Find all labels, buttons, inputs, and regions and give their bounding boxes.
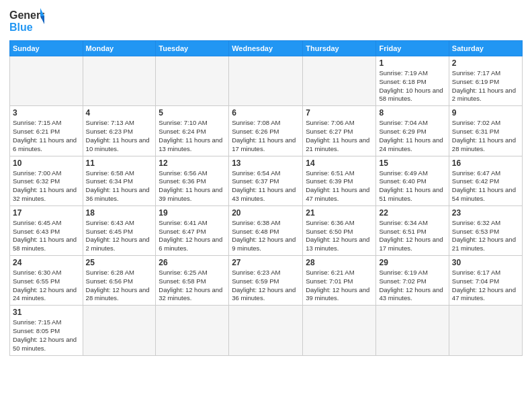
day-number: 7 — [306, 108, 373, 118]
day-number: 28 — [306, 258, 373, 267]
calendar-cell: 18Sunrise: 6:43 AM Sunset: 6:45 PM Dayli… — [83, 205, 156, 255]
calendar-cell — [303, 56, 376, 106]
weekday-header-monday: Monday — [83, 41, 156, 56]
calendar-cell: 3Sunrise: 7:15 AM Sunset: 6:21 PM Daylig… — [10, 106, 83, 156]
calendar-cell: 9Sunrise: 7:02 AM Sunset: 6:31 PM Daylig… — [449, 106, 522, 156]
day-number: 8 — [379, 108, 445, 118]
weekday-header-friday: Friday — [376, 41, 449, 56]
week-row-3: 10Sunrise: 7:00 AM Sunset: 6:32 PM Dayli… — [10, 156, 523, 205]
day-info: Sunrise: 6:23 AM Sunset: 6:59 PM Dayligh… — [232, 269, 300, 303]
calendar-cell: 7Sunrise: 7:06 AM Sunset: 6:27 PM Daylig… — [303, 106, 376, 156]
svg-text:General: General — [9, 9, 44, 21]
calendar-cell: 24Sunrise: 6:30 AM Sunset: 6:55 PM Dayli… — [10, 256, 83, 306]
day-number: 21 — [306, 208, 373, 218]
page: General Blue SundayMondayTuesdayWednesda… — [0, 0, 532, 411]
day-number: 9 — [452, 108, 519, 118]
day-info: Sunrise: 6:25 AM Sunset: 6:58 PM Dayligh… — [159, 269, 226, 303]
day-info: Sunrise: 6:32 AM Sunset: 6:53 PM Dayligh… — [452, 219, 519, 253]
day-number: 11 — [86, 158, 153, 168]
calendar-cell — [449, 306, 522, 355]
calendar-cell: 28Sunrise: 6:21 AM Sunset: 7:01 PM Dayli… — [303, 256, 376, 306]
day-number: 20 — [232, 208, 300, 218]
day-number: 22 — [379, 208, 445, 218]
day-info: Sunrise: 6:38 AM Sunset: 6:48 PM Dayligh… — [232, 219, 300, 253]
day-number: 13 — [232, 158, 300, 168]
calendar-cell: 23Sunrise: 6:32 AM Sunset: 6:53 PM Dayli… — [449, 205, 522, 255]
day-number: 19 — [159, 208, 226, 218]
weekday-header-wednesday: Wednesday — [229, 41, 303, 56]
calendar-cell: 10Sunrise: 7:00 AM Sunset: 6:32 PM Dayli… — [10, 156, 83, 205]
svg-text:Blue: Blue — [9, 21, 33, 33]
day-info: Sunrise: 7:17 AM Sunset: 6:19 PM Dayligh… — [452, 69, 519, 103]
header: General Blue — [9, 7, 523, 36]
day-info: Sunrise: 7:04 AM Sunset: 6:29 PM Dayligh… — [379, 119, 445, 153]
calendar-cell — [376, 306, 449, 355]
calendar-cell: 26Sunrise: 6:25 AM Sunset: 6:58 PM Dayli… — [156, 256, 229, 306]
day-info: Sunrise: 7:06 AM Sunset: 6:27 PM Dayligh… — [306, 119, 373, 153]
calendar-cell: 6Sunrise: 7:08 AM Sunset: 6:26 PM Daylig… — [229, 106, 303, 156]
logo: General Blue — [9, 7, 44, 36]
calendar-cell — [156, 306, 229, 355]
week-row-4: 17Sunrise: 6:45 AM Sunset: 6:43 PM Dayli… — [10, 205, 523, 255]
day-number: 26 — [159, 258, 226, 267]
day-info: Sunrise: 6:41 AM Sunset: 6:47 PM Dayligh… — [159, 219, 226, 253]
calendar-cell — [156, 56, 229, 106]
day-info: Sunrise: 7:02 AM Sunset: 6:31 PM Dayligh… — [452, 119, 519, 153]
calendar-cell: 25Sunrise: 6:28 AM Sunset: 6:56 PM Dayli… — [83, 256, 156, 306]
week-row-1: 1Sunrise: 7:19 AM Sunset: 6:18 PM Daylig… — [10, 56, 523, 106]
day-number: 29 — [379, 258, 445, 267]
day-number: 2 — [452, 58, 519, 68]
day-number: 3 — [13, 108, 80, 118]
day-info: Sunrise: 6:51 AM Sunset: 6:39 PM Dayligh… — [306, 169, 373, 203]
calendar-cell — [303, 306, 376, 355]
day-info: Sunrise: 6:21 AM Sunset: 7:01 PM Dayligh… — [306, 269, 373, 303]
day-number: 24 — [13, 258, 80, 267]
day-info: Sunrise: 7:15 AM Sunset: 6:21 PM Dayligh… — [13, 119, 80, 153]
day-number: 1 — [379, 58, 445, 68]
calendar-cell — [229, 56, 303, 106]
weekday-header-sunday: Sunday — [10, 41, 83, 56]
calendar-cell: 2Sunrise: 7:17 AM Sunset: 6:19 PM Daylig… — [449, 56, 522, 106]
calendar-cell — [10, 56, 83, 106]
day-number: 5 — [159, 108, 226, 118]
calendar-cell: 5Sunrise: 7:10 AM Sunset: 6:24 PM Daylig… — [156, 106, 229, 156]
day-info: Sunrise: 7:08 AM Sunset: 6:26 PM Dayligh… — [232, 119, 300, 153]
calendar-cell: 29Sunrise: 6:19 AM Sunset: 7:02 PM Dayli… — [376, 256, 449, 306]
day-info: Sunrise: 7:13 AM Sunset: 6:23 PM Dayligh… — [86, 119, 153, 153]
day-info: Sunrise: 6:17 AM Sunset: 7:04 PM Dayligh… — [452, 269, 519, 303]
day-info: Sunrise: 6:45 AM Sunset: 6:43 PM Dayligh… — [13, 219, 80, 253]
day-info: Sunrise: 6:49 AM Sunset: 6:40 PM Dayligh… — [379, 169, 445, 203]
day-info: Sunrise: 6:47 AM Sunset: 6:42 PM Dayligh… — [452, 169, 519, 203]
day-info: Sunrise: 6:28 AM Sunset: 6:56 PM Dayligh… — [86, 269, 153, 303]
day-number: 23 — [452, 208, 519, 218]
calendar-cell: 20Sunrise: 6:38 AM Sunset: 6:48 PM Dayli… — [229, 205, 303, 255]
weekday-header-tuesday: Tuesday — [156, 41, 229, 56]
calendar-cell: 16Sunrise: 6:47 AM Sunset: 6:42 PM Dayli… — [449, 156, 522, 205]
day-info: Sunrise: 7:15 AM Sunset: 8:05 PM Dayligh… — [13, 318, 80, 353]
day-number: 27 — [232, 258, 300, 267]
day-number: 6 — [232, 108, 300, 118]
calendar-cell: 31Sunrise: 7:15 AM Sunset: 8:05 PM Dayli… — [10, 306, 83, 355]
day-info: Sunrise: 7:19 AM Sunset: 6:18 PM Dayligh… — [379, 69, 445, 103]
week-row-6: 31Sunrise: 7:15 AM Sunset: 8:05 PM Dayli… — [10, 306, 523, 355]
day-number: 4 — [86, 108, 153, 118]
calendar-cell: 1Sunrise: 7:19 AM Sunset: 6:18 PM Daylig… — [376, 56, 449, 106]
weekday-header-thursday: Thursday — [303, 41, 376, 56]
calendar-cell: 8Sunrise: 7:04 AM Sunset: 6:29 PM Daylig… — [376, 106, 449, 156]
calendar-cell — [83, 306, 156, 355]
day-number: 15 — [379, 158, 445, 168]
calendar-cell: 19Sunrise: 6:41 AM Sunset: 6:47 PM Dayli… — [156, 205, 229, 255]
calendar-cell: 4Sunrise: 7:13 AM Sunset: 6:23 PM Daylig… — [83, 106, 156, 156]
day-info: Sunrise: 6:36 AM Sunset: 6:50 PM Dayligh… — [306, 219, 373, 253]
day-number: 31 — [13, 308, 80, 317]
day-number: 17 — [13, 208, 80, 218]
day-number: 10 — [13, 158, 80, 168]
day-number: 12 — [159, 158, 226, 168]
calendar-cell: 22Sunrise: 6:34 AM Sunset: 6:51 PM Dayli… — [376, 205, 449, 255]
day-info: Sunrise: 6:58 AM Sunset: 6:34 PM Dayligh… — [86, 169, 153, 203]
day-number: 25 — [86, 258, 153, 267]
day-info: Sunrise: 6:43 AM Sunset: 6:45 PM Dayligh… — [86, 219, 153, 253]
calendar-cell: 11Sunrise: 6:58 AM Sunset: 6:34 PM Dayli… — [83, 156, 156, 205]
logo-svg: General Blue — [9, 7, 44, 36]
day-info: Sunrise: 6:54 AM Sunset: 6:37 PM Dayligh… — [232, 169, 300, 203]
